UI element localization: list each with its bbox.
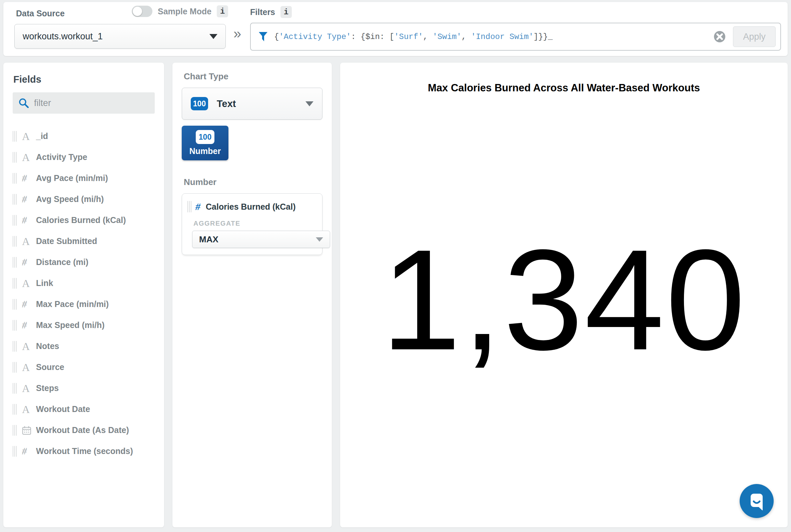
data-source-label: Data Source — [16, 9, 65, 18]
drag-handle-icon — [13, 194, 17, 205]
field-item[interactable]: A # Distance (mi) — [13, 252, 155, 273]
field-item-label: Avg Speed (mi/h) — [36, 194, 104, 204]
drag-handle-icon — [13, 446, 17, 457]
field-item-label: _id — [36, 131, 48, 141]
number-type-icon: # — [22, 257, 36, 267]
field-item[interactable]: A # Notes — [13, 336, 155, 357]
aggregate-value: MAX — [199, 234, 219, 245]
field-item[interactable]: A # Link — [13, 273, 155, 294]
subtype-label: Number — [189, 146, 221, 156]
toggle-knob — [133, 7, 142, 16]
calendar-type-icon — [22, 426, 36, 435]
filters-label-group: Filters i — [250, 6, 292, 18]
number-type-icon: # — [22, 173, 36, 183]
string-type-icon: A — [22, 362, 36, 373]
field-item[interactable]: A # Date Submitted — [13, 231, 155, 252]
field-item-label: Avg Pace (min/mi) — [36, 173, 108, 183]
field-item-label: Activity Type — [36, 152, 87, 162]
field-search-box[interactable] — [13, 92, 155, 114]
drag-handle-icon — [13, 236, 17, 247]
field-item[interactable]: A # Steps — [13, 378, 155, 399]
chart-subtype-number-tile[interactable]: 100 Number — [182, 126, 228, 160]
field-item[interactable]: A # Max Pace (min/mi) — [13, 294, 155, 315]
field-item[interactable]: A # Avg Pace (min/mi) — [13, 168, 155, 189]
fields-list: A # _id A # Activity Type A # Avg Pace (… — [13, 126, 155, 462]
encoded-field-chip[interactable]: # Calories Burned (kCal) — [187, 201, 317, 212]
field-filter-input[interactable] — [34, 98, 152, 108]
field-item-label: Workout Time (seconds) — [36, 446, 133, 456]
sample-mode-label: Sample Mode — [158, 7, 211, 16]
fields-panel-title: Fields — [13, 74, 155, 85]
field-item-label: Max Pace (min/mi) — [36, 299, 109, 309]
drag-handle-icon — [13, 404, 17, 415]
drag-handle-icon — [13, 278, 17, 289]
info-icon[interactable]: i — [280, 6, 292, 18]
field-item[interactable]: A # Calories Burned (kCal) — [13, 210, 155, 231]
number-type-icon: # — [22, 194, 36, 204]
drag-handle-icon — [13, 341, 17, 352]
drag-handle-icon — [13, 362, 17, 373]
drag-handle-icon — [187, 201, 191, 212]
apply-button[interactable]: Apply — [733, 26, 776, 47]
data-source-select[interactable]: workouts.workout_1 — [14, 24, 226, 49]
field-item[interactable]: A # _id — [13, 126, 155, 147]
filter-funnel-icon — [258, 31, 268, 42]
chart-type-panel: Chart Type 100 Text 100 Number Number # … — [172, 63, 332, 527]
sample-mode-toggle[interactable] — [132, 6, 152, 17]
number-type-icon: # — [22, 299, 36, 309]
chart-title: Max Calories Burned Across All Water-Bas… — [340, 82, 788, 94]
chevron-down-icon — [209, 34, 218, 39]
collapse-panel-icon[interactable]: » — [233, 27, 241, 41]
field-item[interactable]: A # Workout Date — [13, 399, 155, 420]
field-item-label: Source — [36, 362, 64, 372]
string-type-icon: A — [22, 341, 36, 352]
filters-label: Filters — [250, 7, 275, 17]
encoded-field-label: Calories Burned (kCal) — [206, 202, 296, 212]
drag-handle-icon — [13, 425, 17, 436]
fields-panel: Fields A # _id A # Activity Type A # Avg… — [3, 63, 164, 527]
chart-type-100-badge-icon: 100 — [191, 97, 208, 110]
info-icon[interactable]: i — [217, 5, 228, 17]
field-item-label: Distance (mi) — [36, 257, 88, 267]
aggregate-select[interactable]: MAX — [192, 231, 330, 248]
sample-mode-group: Sample Mode i — [132, 5, 228, 17]
number-type-icon: # — [195, 202, 201, 212]
chat-bubble-icon — [747, 492, 766, 510]
drag-handle-icon — [13, 257, 17, 268]
filter-query-input[interactable]: {'Activity Type': {$in: ['Surf', 'Swim',… — [250, 23, 781, 51]
field-item-label: Steps — [36, 383, 59, 393]
subtype-100-badge-icon: 100 — [196, 130, 214, 144]
chevron-down-icon — [316, 238, 323, 242]
chevron-down-icon — [305, 101, 314, 106]
chart-preview-panel: Max Calories Burned Across All Water-Bas… — [340, 63, 788, 527]
number-type-icon: # — [22, 320, 36, 330]
field-item[interactable]: A # Source — [13, 357, 155, 378]
clear-filter-icon[interactable] — [714, 31, 726, 43]
field-item[interactable]: A # Activity Type — [13, 147, 155, 168]
field-item[interactable]: A # Avg Speed (mi/h) — [13, 189, 155, 210]
drag-handle-icon — [13, 383, 17, 394]
drag-handle-icon — [13, 173, 17, 184]
filter-query-text[interactable]: {'Activity Type': {$in: ['Surf', 'Swim',… — [274, 32, 714, 41]
chat-launcher-button[interactable] — [740, 484, 774, 518]
field-item[interactable]: A # Max Speed (mi/h) — [13, 315, 155, 336]
field-item-label: Workout Date — [36, 404, 90, 414]
string-type-icon: A — [22, 404, 36, 415]
chart-type-selected-label: Text — [217, 98, 305, 109]
string-type-icon: A — [22, 131, 36, 142]
encoding-channel-title: Number — [184, 177, 322, 187]
field-item[interactable]: A # Workout Time (seconds) — [13, 441, 155, 462]
string-type-icon: A — [22, 383, 36, 394]
drag-handle-icon — [13, 152, 17, 163]
string-type-icon: A — [22, 278, 36, 289]
field-item-label: Link — [36, 278, 53, 288]
field-item-label: Date Submitted — [36, 236, 97, 246]
string-type-icon: A — [22, 236, 36, 247]
aggregate-label: AGGREGATE — [193, 220, 317, 227]
top-bar: Data Source Sample Mode i workouts.worko… — [3, 2, 788, 56]
field-item[interactable]: A # Workout Date (As Date) — [13, 420, 155, 441]
field-item-label: Calories Burned (kCal) — [36, 215, 126, 225]
chart-number-value: 1,340 — [381, 228, 747, 371]
chart-type-select[interactable]: 100 Text — [182, 88, 322, 120]
number-type-icon: # — [22, 446, 36, 456]
